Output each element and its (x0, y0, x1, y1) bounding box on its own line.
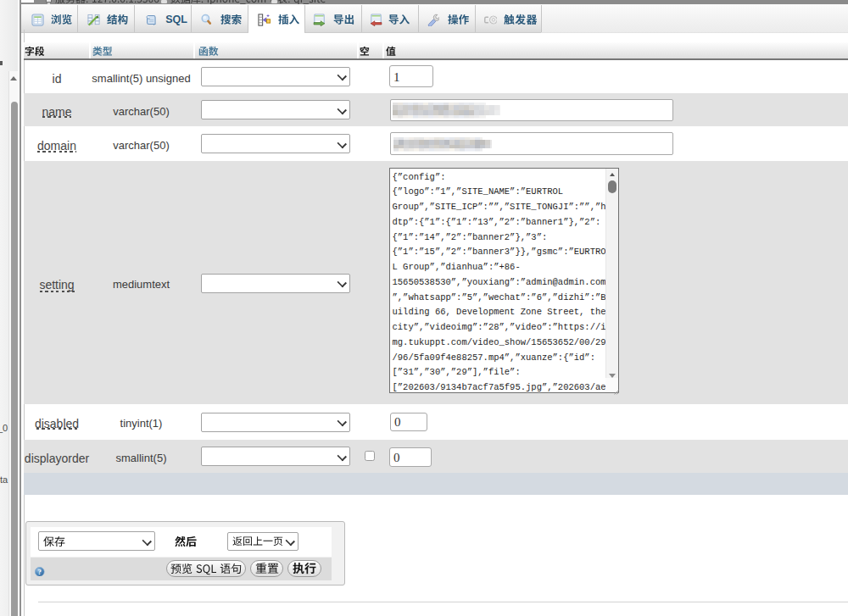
svg-text:?: ? (38, 567, 42, 575)
